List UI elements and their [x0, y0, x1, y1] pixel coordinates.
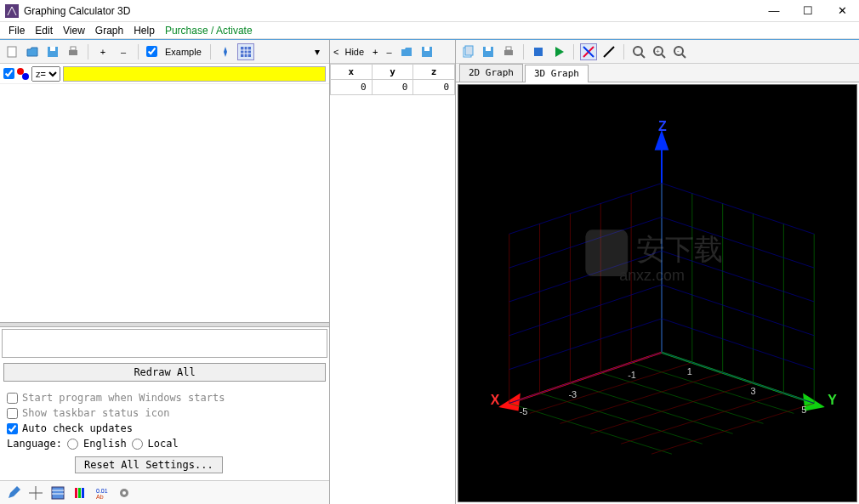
svg-marker-46 [501, 394, 520, 410]
updates-checkbox[interactable] [7, 423, 18, 434]
english-radio[interactable] [67, 439, 78, 450]
minimize-button[interactable]: — [757, 0, 791, 22]
save-data-icon[interactable] [418, 43, 435, 60]
menu-edit[interactable]: Edit [30, 23, 58, 38]
svg-line-50 [540, 393, 703, 444]
svg-text:0.01: 0.01 [96, 488, 108, 494]
remove-button[interactable]: – [115, 43, 132, 60]
svg-line-57 [590, 383, 753, 434]
svg-text:anxz.com: anxz.com [619, 267, 685, 284]
svg-rect-26 [465, 46, 473, 55]
data-blank [330, 95, 455, 504]
add-button[interactable]: + [94, 43, 111, 60]
svg-point-35 [634, 47, 642, 55]
menu-graph[interactable]: Graph [90, 23, 128, 38]
redraw-button[interactable]: Redraw All [3, 363, 326, 382]
svg-line-81 [662, 285, 814, 336]
startup-checkbox-row[interactable]: Start program when Windows starts [7, 392, 322, 404]
window-title: Graphing Calculator 3D [24, 5, 757, 17]
taskbar-checkbox-row[interactable]: Show taskbar status icon [7, 407, 322, 419]
data-table[interactable]: x y z 0 0 0 [330, 64, 455, 95]
updates-label: Auto check updates [22, 422, 133, 434]
rainbow-icon[interactable] [71, 484, 88, 501]
tab-2d-graph[interactable]: 2D Graph [459, 64, 523, 82]
menu-file[interactable]: File [3, 23, 30, 38]
expression-textarea[interactable] [2, 329, 327, 358]
svg-line-68 [509, 319, 662, 370]
zoom-icon[interactable] [630, 43, 647, 60]
graph-3d-viewport[interactable]: Z X Y -5 -3 -1 1 3 5 安下载 anxz.com [458, 84, 857, 502]
menu-view[interactable]: View [58, 23, 90, 38]
menu-help[interactable]: Help [128, 23, 160, 38]
svg-marker-48 [804, 394, 822, 410]
zoom-in-icon[interactable]: + [651, 43, 668, 60]
chevron-down-icon[interactable]: ▾ [309, 43, 326, 60]
example-checkbox[interactable] [146, 46, 157, 57]
separator [210, 44, 211, 59]
color-swatch-icon[interactable] [17, 68, 29, 80]
hide-button[interactable]: Hide [342, 47, 367, 57]
grid-icon[interactable] [237, 43, 254, 60]
save-icon[interactable] [44, 43, 61, 60]
local-radio[interactable] [132, 439, 143, 450]
crosshair-icon[interactable] [27, 484, 44, 501]
svg-line-67 [509, 353, 662, 404]
col-header-y[interactable]: y [372, 65, 413, 80]
startup-checkbox[interactable] [7, 393, 18, 404]
separator [88, 44, 88, 59]
taskbar-label: Show taskbar status icon [22, 407, 169, 419]
svg-text:-5: -5 [520, 406, 528, 416]
svg-line-52 [600, 373, 763, 424]
print-icon[interactable] [65, 43, 82, 60]
app-icon [5, 4, 19, 18]
svg-text:3: 3 [751, 386, 756, 396]
new-icon[interactable] [3, 43, 20, 60]
open-icon[interactable] [24, 43, 41, 60]
equation-input[interactable] [63, 66, 326, 82]
col-header-x[interactable]: x [331, 65, 373, 80]
add-row-button[interactable]: + [370, 47, 380, 57]
gear-icon[interactable] [116, 484, 133, 501]
svg-rect-31 [534, 48, 543, 56]
copy-icon[interactable] [459, 43, 476, 60]
close-button[interactable]: ✕ [825, 0, 859, 22]
precision-icon[interactable]: 0.01Ab [94, 484, 111, 501]
print-graph-icon[interactable] [500, 43, 517, 60]
equation-enable-checkbox[interactable] [3, 68, 14, 79]
separator [623, 44, 624, 59]
table-row[interactable]: 0 0 0 [331, 80, 455, 95]
cell-z[interactable]: 0 [413, 80, 455, 95]
svg-line-84 [662, 184, 814, 235]
svg-rect-28 [486, 47, 491, 51]
svg-text:安下载: 安下载 [636, 234, 723, 265]
play-icon[interactable] [550, 43, 567, 60]
chevron-left-icon[interactable]: < [333, 47, 338, 57]
reset-settings-button[interactable]: Reset All Settings... [75, 456, 223, 473]
remove-row-button[interactable]: – [384, 47, 395, 57]
splitter[interactable] [0, 322, 329, 327]
table-icon[interactable] [49, 484, 66, 501]
data-panel: < Hide + – x y z 0 0 0 [330, 40, 456, 504]
save-image-icon[interactable] [480, 43, 497, 60]
maximize-button[interactable]: ☐ [791, 0, 825, 22]
col-header-z[interactable]: z [413, 65, 455, 80]
svg-text:+: + [656, 48, 660, 55]
menu-purchase[interactable]: Purchase / Activate [160, 23, 258, 38]
left-panel: + – Example ▾ z= Redraw All Start progra… [0, 40, 330, 504]
bottom-icon-bar: 0.01Ab [0, 480, 329, 504]
zoom-out-icon[interactable]: - [671, 43, 688, 60]
tab-3d-graph[interactable]: 3D Graph [525, 65, 589, 82]
cell-y[interactable]: 0 [372, 80, 413, 95]
stop-icon[interactable] [530, 43, 547, 60]
line-style-icon[interactable] [600, 43, 617, 60]
updates-checkbox-row[interactable]: Auto check updates [7, 422, 322, 434]
axes-style-icon[interactable] [580, 43, 597, 60]
open-data-icon[interactable] [398, 43, 415, 60]
pin-icon[interactable] [217, 43, 234, 60]
equation-type-select[interactable]: z= [31, 66, 60, 82]
pencil-icon[interactable] [5, 484, 22, 501]
cell-x[interactable]: 0 [331, 80, 373, 95]
taskbar-checkbox[interactable] [7, 408, 18, 419]
svg-text:5: 5 [801, 405, 806, 415]
x-axis-label: X [491, 393, 500, 407]
